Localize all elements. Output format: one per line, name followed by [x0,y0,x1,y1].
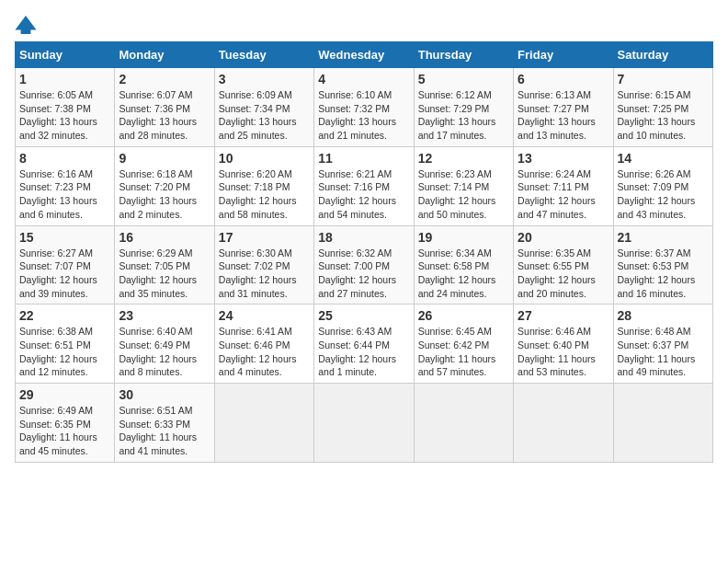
day-number: 30 [119,387,210,402]
day-number: 1 [19,72,110,86]
calendar-week-row: 22Sunrise: 6:38 AM Sunset: 6:51 PM Dayli… [16,304,713,384]
calendar-cell: 18Sunrise: 6:32 AM Sunset: 7:00 PM Dayli… [314,225,414,304]
calendar-cell: 24Sunrise: 6:41 AM Sunset: 6:46 PM Dayli… [214,304,313,384]
day-number: 29 [19,387,110,402]
day-info: Sunrise: 6:12 AM Sunset: 7:29 PM Dayligh… [418,88,509,143]
day-info: Sunrise: 6:07 AM Sunset: 7:36 PM Dayligh… [119,88,210,143]
day-info: Sunrise: 6:26 AM Sunset: 7:09 PM Dayligh… [618,167,709,222]
day-info: Sunrise: 6:20 AM Sunset: 7:18 PM Dayligh… [219,167,310,222]
day-info: Sunrise: 6:10 AM Sunset: 7:32 PM Dayligh… [318,88,409,143]
day-info: Sunrise: 6:09 AM Sunset: 7:34 PM Dayligh… [219,88,310,143]
header-tuesday: Tuesday [214,42,313,68]
calendar-cell: 28Sunrise: 6:48 AM Sunset: 6:37 PM Dayli… [613,304,712,384]
day-info: Sunrise: 6:40 AM Sunset: 6:49 PM Dayligh… [119,325,210,379]
calendar-week-row: 1Sunrise: 6:05 AM Sunset: 7:38 PM Daylig… [16,68,713,147]
calendar-cell: 2Sunrise: 6:07 AM Sunset: 7:36 PM Daylig… [115,68,214,147]
day-number: 12 [418,151,509,166]
calendar-cell: 4Sunrise: 6:10 AM Sunset: 7:32 PM Daylig… [314,68,414,147]
calendar-cell: 17Sunrise: 6:30 AM Sunset: 7:02 PM Dayli… [214,225,313,304]
calendar-header-row: Sunday Monday Tuesday Wednesday Thursday… [16,42,713,68]
calendar-cell: 23Sunrise: 6:40 AM Sunset: 6:49 PM Dayli… [115,304,214,384]
day-number: 21 [618,230,709,245]
calendar-cell: 21Sunrise: 6:37 AM Sunset: 6:53 PM Dayli… [613,225,712,304]
calendar-cell: 30Sunrise: 6:51 AM Sunset: 6:33 PM Dayli… [115,384,214,463]
calendar-cell: 10Sunrise: 6:20 AM Sunset: 7:18 PM Dayli… [214,146,313,225]
calendar-cell: 22Sunrise: 6:38 AM Sunset: 6:51 PM Dayli… [16,304,115,384]
logo-icon [15,16,37,34]
calendar-cell: 12Sunrise: 6:23 AM Sunset: 7:14 PM Dayli… [414,146,513,225]
day-number: 14 [618,151,709,166]
calendar-cell: 7Sunrise: 6:15 AM Sunset: 7:25 PM Daylig… [613,68,712,147]
day-info: Sunrise: 6:29 AM Sunset: 7:05 PM Dayligh… [119,247,210,301]
day-number: 23 [119,308,210,323]
day-info: Sunrise: 6:15 AM Sunset: 7:25 PM Dayligh… [618,88,709,143]
calendar-cell: 11Sunrise: 6:21 AM Sunset: 7:16 PM Dayli… [314,146,414,225]
day-number: 3 [219,72,310,86]
day-info: Sunrise: 6:18 AM Sunset: 7:20 PM Dayligh… [119,167,210,222]
calendar-cell: 29Sunrise: 6:49 AM Sunset: 6:35 PM Dayli… [16,384,115,463]
calendar-week-row: 8Sunrise: 6:16 AM Sunset: 7:23 PM Daylig… [16,146,713,225]
calendar-table: Sunday Monday Tuesday Wednesday Thursday… [15,41,713,463]
day-number: 22 [19,308,110,323]
calendar-cell [613,384,712,463]
day-number: 18 [318,230,409,245]
day-info: Sunrise: 6:43 AM Sunset: 6:44 PM Dayligh… [318,325,409,379]
day-number: 11 [318,151,409,166]
calendar-cell: 14Sunrise: 6:26 AM Sunset: 7:09 PM Dayli… [613,146,712,225]
header-saturday: Saturday [613,42,712,68]
day-info: Sunrise: 6:51 AM Sunset: 6:33 PM Dayligh… [119,404,210,458]
svg-marker-0 [15,16,36,34]
calendar-cell [514,384,613,463]
calendar-cell: 1Sunrise: 6:05 AM Sunset: 7:38 PM Daylig… [16,68,115,147]
day-info: Sunrise: 6:27 AM Sunset: 7:07 PM Dayligh… [19,247,110,301]
calendar-cell: 15Sunrise: 6:27 AM Sunset: 7:07 PM Dayli… [16,225,115,304]
day-number: 24 [219,308,310,323]
header-monday: Monday [115,42,214,68]
calendar-cell: 26Sunrise: 6:45 AM Sunset: 6:42 PM Dayli… [414,304,513,384]
day-number: 28 [618,308,709,323]
day-number: 26 [418,308,509,323]
day-number: 19 [418,230,509,245]
day-info: Sunrise: 6:24 AM Sunset: 7:11 PM Dayligh… [518,167,609,222]
day-info: Sunrise: 6:05 AM Sunset: 7:38 PM Dayligh… [19,88,110,143]
day-info: Sunrise: 6:35 AM Sunset: 6:55 PM Dayligh… [518,247,609,301]
day-info: Sunrise: 6:41 AM Sunset: 6:46 PM Dayligh… [219,325,310,379]
calendar-cell [214,384,313,463]
day-number: 25 [318,308,409,323]
day-info: Sunrise: 6:45 AM Sunset: 6:42 PM Dayligh… [418,325,509,379]
day-info: Sunrise: 6:32 AM Sunset: 7:00 PM Dayligh… [318,247,409,301]
calendar-cell: 3Sunrise: 6:09 AM Sunset: 7:34 PM Daylig… [214,68,313,147]
calendar-cell: 5Sunrise: 6:12 AM Sunset: 7:29 PM Daylig… [414,68,513,147]
day-number: 7 [618,72,709,86]
day-number: 4 [318,72,409,86]
calendar-cell: 13Sunrise: 6:24 AM Sunset: 7:11 PM Dayli… [514,146,613,225]
calendar-week-row: 29Sunrise: 6:49 AM Sunset: 6:35 PM Dayli… [16,384,713,463]
calendar-week-row: 15Sunrise: 6:27 AM Sunset: 7:07 PM Dayli… [16,225,713,304]
day-info: Sunrise: 6:16 AM Sunset: 7:23 PM Dayligh… [19,167,110,222]
header-wednesday: Wednesday [314,42,414,68]
page-header [15,15,713,34]
day-info: Sunrise: 6:21 AM Sunset: 7:16 PM Dayligh… [318,167,409,222]
day-info: Sunrise: 6:38 AM Sunset: 6:51 PM Dayligh… [19,325,110,379]
calendar-cell: 6Sunrise: 6:13 AM Sunset: 7:27 PM Daylig… [514,68,613,147]
day-number: 17 [219,230,310,245]
day-info: Sunrise: 6:30 AM Sunset: 7:02 PM Dayligh… [219,247,310,301]
day-number: 6 [518,72,609,86]
header-sunday: Sunday [16,42,115,68]
calendar-cell [314,384,414,463]
calendar-cell: 27Sunrise: 6:46 AM Sunset: 6:40 PM Dayli… [514,304,613,384]
day-number: 10 [219,151,310,166]
day-number: 5 [418,72,509,86]
day-number: 27 [518,308,609,323]
logo [15,15,40,34]
day-number: 2 [119,72,210,86]
day-info: Sunrise: 6:23 AM Sunset: 7:14 PM Dayligh… [418,167,509,222]
calendar-cell: 20Sunrise: 6:35 AM Sunset: 6:55 PM Dayli… [514,225,613,304]
header-friday: Friday [514,42,613,68]
calendar-cell: 19Sunrise: 6:34 AM Sunset: 6:58 PM Dayli… [414,225,513,304]
calendar-cell [414,384,513,463]
day-info: Sunrise: 6:13 AM Sunset: 7:27 PM Dayligh… [518,88,609,143]
day-number: 9 [119,151,210,166]
day-info: Sunrise: 6:37 AM Sunset: 6:53 PM Dayligh… [618,247,709,301]
calendar-cell: 8Sunrise: 6:16 AM Sunset: 7:23 PM Daylig… [16,146,115,225]
